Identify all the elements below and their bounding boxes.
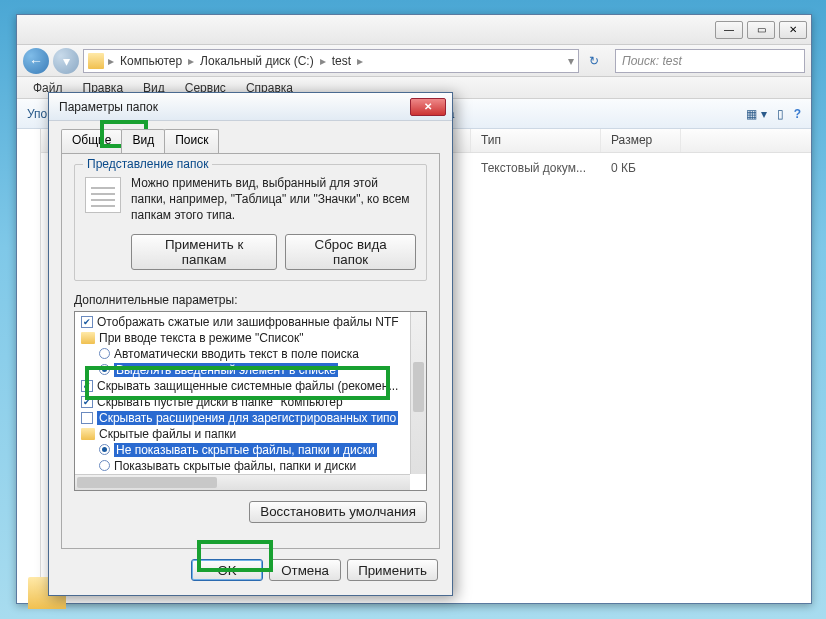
chevron-right-icon: ▸ — [108, 54, 114, 68]
tree-item-label: Не показывать скрытые файлы, папки и дис… — [114, 443, 377, 457]
vertical-scrollbar[interactable] — [410, 312, 426, 474]
breadcrumb[interactable]: ▸ Компьютер ▸ Локальный диск (C:) ▸ test… — [83, 49, 579, 73]
restore-defaults-button[interactable]: Восстановить умолчания — [249, 501, 427, 523]
checkbox-icon[interactable]: ✔ — [81, 380, 93, 392]
tree-item[interactable]: Скрытые файлы и папки — [77, 426, 424, 442]
tree-item-label: Скрывать расширения для зарегистрированн… — [97, 411, 398, 425]
apply-to-folders-button[interactable]: Применить к папкам — [131, 234, 277, 270]
folder-icon — [88, 53, 104, 69]
sidebar — [17, 129, 41, 603]
radio-icon[interactable] — [99, 460, 110, 471]
chevron-right-icon: ▸ — [357, 54, 363, 68]
ok-button[interactable]: OK — [191, 559, 263, 581]
checkbox-icon[interactable]: ✔ — [81, 396, 93, 408]
tab-general[interactable]: Общие — [61, 129, 122, 153]
tree-item[interactable]: Выделять введенный элемент в списке — [77, 362, 424, 378]
tree-item-label: При вводе текста в режиме "Список" — [99, 331, 304, 345]
breadcrumb-item[interactable]: Компьютер — [118, 54, 184, 68]
dialog-title: Параметры папок — [59, 100, 158, 114]
col-type[interactable]: Тип — [471, 129, 601, 152]
tab-view[interactable]: Вид — [121, 129, 165, 153]
maximize-button[interactable]: ▭ — [747, 21, 775, 39]
apply-button[interactable]: Применить — [347, 559, 438, 581]
tree-item[interactable]: ✔Отображать сжатые или зашифрованные фай… — [77, 314, 424, 330]
col-size[interactable]: Размер — [601, 129, 681, 152]
tree-item-label: Скрывать защищенные системные файлы (рек… — [97, 379, 398, 393]
tree-item[interactable]: При вводе текста в режиме "Список" — [77, 330, 424, 346]
tab-strip: Общие Вид Поиск — [61, 129, 440, 153]
nav-row: ← ▾ ▸ Компьютер ▸ Локальный диск (C:) ▸ … — [17, 45, 811, 77]
radio-icon[interactable] — [99, 364, 110, 375]
tree-item-label: Отображать сжатые или зашифрованные файл… — [97, 315, 399, 329]
checkbox-icon[interactable] — [81, 412, 93, 424]
refresh-button[interactable]: ↻ — [583, 50, 605, 72]
tree-item-label: Показывать скрытые файлы, папки и диски — [114, 459, 356, 473]
checkbox-icon[interactable]: ✔ — [81, 316, 93, 328]
tree-item-label: Выделять введенный элемент в списке — [114, 363, 338, 377]
folder-options-dialog: Параметры папок ✕ Общие Вид Поиск Предст… — [48, 92, 453, 596]
dialog-footer: OK Отмена Применить — [61, 549, 440, 583]
chevron-right-icon: ▸ — [188, 54, 194, 68]
minimize-button[interactable]: — — [715, 21, 743, 39]
forward-button[interactable]: ▾ — [53, 48, 79, 74]
tree-item[interactable]: Скрывать расширения для зарегистрированн… — [77, 410, 424, 426]
folder-icon — [81, 332, 95, 344]
view-mode-button[interactable]: ▦ ▾ — [746, 107, 766, 121]
advanced-settings-label: Дополнительные параметры: — [74, 293, 427, 307]
breadcrumb-item[interactable]: test — [330, 54, 353, 68]
horizontal-scrollbar[interactable] — [75, 474, 410, 490]
tab-content: Представление папок Можно применить вид,… — [61, 153, 440, 549]
close-button[interactable]: ✕ — [779, 21, 807, 39]
tree-item-label: Скрытые файлы и папки — [99, 427, 236, 441]
group-text: Можно применить вид, выбранный для этой … — [131, 175, 416, 224]
help-button[interactable]: ? — [794, 107, 801, 121]
back-button[interactable]: ← — [23, 48, 49, 74]
dialog-titlebar: Параметры папок ✕ — [49, 93, 452, 121]
tab-search[interactable]: Поиск — [164, 129, 219, 153]
tree-item-label: Скрывать пустые диски в папке "Компьютер… — [97, 395, 347, 409]
folder-icon — [81, 428, 95, 440]
folder-view-icon — [85, 177, 121, 213]
breadcrumb-item[interactable]: Локальный диск (C:) — [198, 54, 316, 68]
radio-icon[interactable] — [99, 444, 110, 455]
reset-folders-button[interactable]: Сброс вида папок — [285, 234, 416, 270]
search-input[interactable]: Поиск: test — [615, 49, 805, 73]
radio-icon[interactable] — [99, 348, 110, 359]
dropdown-icon[interactable]: ▾ — [568, 54, 574, 68]
cancel-button[interactable]: Отмена — [269, 559, 341, 581]
file-size: 0 КБ — [601, 157, 681, 179]
advanced-settings-tree[interactable]: ✔Отображать сжатые или зашифрованные фай… — [74, 311, 427, 491]
tree-item[interactable]: ✔Скрывать пустые диски в папке "Компьюте… — [77, 394, 424, 410]
group-title: Представление папок — [83, 157, 212, 171]
tree-item[interactable]: Не показывать скрытые файлы, папки и дис… — [77, 442, 424, 458]
tree-item-label: Автоматически вводить текст в поле поиск… — [114, 347, 359, 361]
explorer-titlebar: — ▭ ✕ — [17, 15, 811, 45]
tree-item[interactable]: ✔Скрывать защищенные системные файлы (ре… — [77, 378, 424, 394]
chevron-right-icon: ▸ — [320, 54, 326, 68]
tree-item[interactable]: Автоматически вводить текст в поле поиск… — [77, 346, 424, 362]
folder-views-group: Представление папок Можно применить вид,… — [74, 164, 427, 281]
file-type: Текстовый докум... — [471, 157, 601, 179]
preview-pane-button[interactable]: ▯ — [777, 107, 784, 121]
tree-item[interactable]: Показывать скрытые файлы, папки и диски — [77, 458, 424, 474]
dialog-close-button[interactable]: ✕ — [410, 98, 446, 116]
